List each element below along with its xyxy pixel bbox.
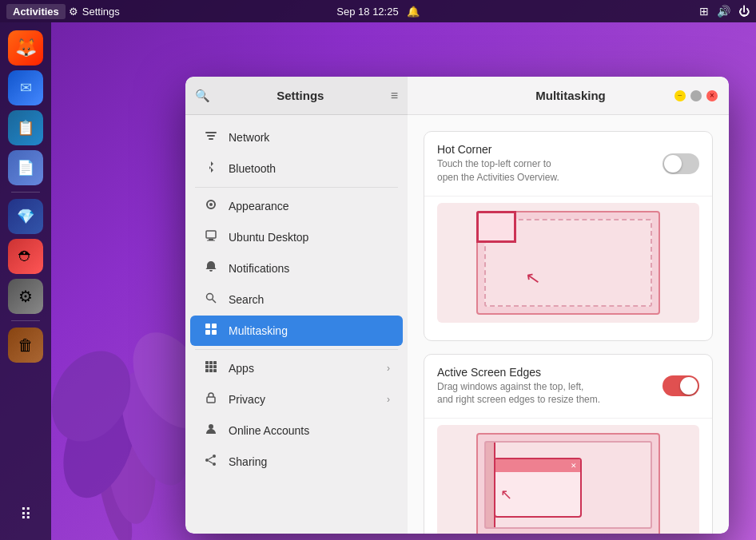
notifications-icon (203, 260, 219, 276)
search-icon (203, 292, 219, 308)
main-title: Multitasking (467, 89, 674, 102)
ase-diagram: ✕ ↖ (476, 433, 660, 534)
svg-rect-11 (206, 231, 216, 238)
sidebar-item-privacy[interactable]: Privacy › (190, 384, 403, 415)
online-accounts-label: Online Accounts (229, 424, 390, 437)
active-screen-edges-desc: Drag windows against the top, left,and r… (437, 380, 662, 407)
svg-rect-17 (212, 324, 217, 328)
bluetooth-icon (203, 161, 219, 177)
main-body: Hot Corner Touch the top-left corner too… (408, 115, 729, 534)
ubuntu-desktop-icon (203, 229, 219, 245)
sharing-label: Sharing (229, 455, 390, 468)
hot-corner-toggle[interactable] (662, 153, 699, 174)
svg-line-35 (209, 461, 213, 463)
svg-rect-20 (205, 361, 209, 364)
activities-button[interactable]: Activities (6, 4, 66, 19)
active-screen-edges-section: Active Screen Edges Drag windows against… (424, 354, 713, 534)
dock-item-help[interactable]: ⛑ (8, 239, 43, 274)
sidebar-item-online-accounts[interactable]: Online Accounts (190, 415, 403, 446)
dock-item-notes[interactable]: 📋 (8, 110, 43, 145)
hot-corner-title: Hot Corner (437, 143, 662, 156)
dock-item-firefox[interactable]: 🦊 (8, 30, 43, 66)
dock: 🦊 ✉ 📋 📄 💎 ⛑ ⚙ 🗑 ⠿ (0, 22, 51, 540)
dock-separator-2 (11, 320, 40, 321)
ase-outer-frame: ✕ ↖ (476, 433, 660, 534)
sidebar-menu-icon[interactable]: ≡ (391, 89, 398, 103)
privacy-icon (203, 391, 219, 407)
privacy-label: Privacy (229, 393, 377, 406)
svg-rect-21 (209, 361, 213, 364)
appearance-label: Appearance (229, 200, 390, 212)
sidebar-search-icon[interactable]: 🔍 (195, 89, 210, 103)
hot-corner-text: Hot Corner Touch the top-left corner too… (437, 143, 662, 185)
sidebar-item-appearance[interactable]: Appearance (190, 191, 403, 221)
main-header: Multitasking − □ × (408, 77, 729, 115)
active-screen-edges-toggle[interactable] (662, 375, 699, 396)
search-label: Search (229, 293, 390, 306)
power-icon[interactable]: ⏻ (738, 5, 750, 18)
topbar-app: ⚙ Settings (69, 6, 120, 18)
ase-cursor-icon: ↖ (500, 486, 512, 503)
sidebar-item-network[interactable]: Network (190, 122, 403, 153)
sidebar-items-list: Network Bluetooth Appearance Ubuntu (185, 115, 408, 534)
svg-rect-22 (213, 361, 217, 364)
network-status-icon[interactable]: ⊞ (699, 5, 709, 18)
svg-rect-13 (207, 240, 215, 241)
svg-point-32 (205, 459, 209, 462)
svg-rect-6 (205, 132, 217, 133)
dock-item-blue[interactable]: 💎 (8, 199, 43, 234)
sidebar-divider-2 (195, 349, 398, 350)
active-screen-edges-row: Active Screen Edges Drag windows against… (424, 355, 712, 419)
svg-rect-7 (207, 135, 215, 137)
hot-corner-row: Hot Corner Touch the top-left corner too… (424, 132, 712, 197)
svg-rect-19 (212, 330, 217, 335)
svg-point-31 (213, 455, 216, 458)
active-screen-edges-text: Active Screen Edges Drag windows against… (437, 366, 662, 407)
svg-line-34 (209, 457, 213, 459)
settings-sidebar: 🔍 Settings ≡ Network Bluetooth (185, 77, 408, 534)
svg-point-14 (207, 294, 213, 300)
svg-point-30 (209, 424, 213, 429)
apps-label: Apps (229, 362, 377, 375)
topbar-bell-icon[interactable]: 🔔 (407, 6, 420, 18)
settings-app-icon: ⚙ (69, 6, 78, 18)
topbar-center: Sep 18 12:25 🔔 (336, 6, 419, 18)
dock-item-trash[interactable]: 🗑 (8, 328, 43, 363)
hot-corner-desc: Touch the top-left corner toopen the Act… (437, 157, 662, 185)
appearance-icon (203, 198, 219, 214)
settings-window: 🔍 Settings ≡ Network Bluetooth (185, 77, 729, 534)
dock-item-mail[interactable]: ✉ (8, 70, 43, 105)
ase-inner-frame: ✕ ↖ (484, 441, 652, 529)
dock-separator (11, 192, 40, 193)
sidebar-item-notifications[interactable]: Notifications (190, 253, 403, 284)
privacy-arrow-icon: › (387, 394, 390, 405)
bluetooth-label: Bluetooth (229, 162, 390, 175)
minimize-button[interactable]: − (674, 90, 686, 101)
maximize-button[interactable]: □ (690, 90, 702, 101)
sidebar-item-sharing[interactable]: Sharing (190, 447, 403, 477)
sharing-icon (203, 454, 219, 470)
online-accounts-icon (203, 423, 219, 439)
active-screen-edges-toggle-knob (680, 377, 698, 395)
close-button[interactable]: × (706, 90, 718, 101)
multitasking-label: Multitasking (229, 324, 390, 337)
sidebar-item-ubuntu-desktop[interactable]: Ubuntu Desktop (190, 222, 403, 252)
sidebar-item-search[interactable]: Search (190, 284, 403, 315)
dock-item-docs[interactable]: 📄 (8, 150, 43, 185)
active-screen-edges-preview: ✕ ↖ (437, 425, 699, 534)
volume-icon[interactable]: 🔊 (717, 5, 730, 18)
svg-rect-29 (207, 397, 215, 403)
sidebar-item-multitasking[interactable]: Multitasking (190, 316, 403, 346)
ase-close-icon: ✕ (571, 462, 577, 470)
svg-rect-23 (205, 365, 209, 368)
network-label: Network (229, 131, 390, 144)
hot-corner-section: Hot Corner Touch the top-left corner too… (424, 131, 713, 341)
svg-rect-24 (209, 365, 213, 368)
dock-item-settings[interactable]: ⚙ (8, 279, 43, 314)
svg-rect-26 (205, 369, 209, 372)
svg-point-33 (213, 463, 216, 466)
dock-item-grid[interactable]: ⠿ (8, 497, 43, 532)
sidebar-item-bluetooth[interactable]: Bluetooth (190, 153, 403, 184)
sidebar-item-apps[interactable]: Apps › (190, 353, 403, 383)
apps-arrow-icon: › (387, 363, 390, 374)
